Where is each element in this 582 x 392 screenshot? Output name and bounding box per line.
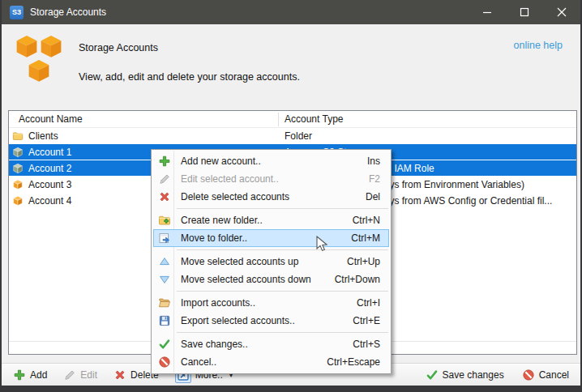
menu-item-shortcut: Ctrl+Up [347,256,388,267]
folder-plus-icon [154,214,175,227]
column-divider[interactable] [278,113,279,126]
menu-item-label: Move selected accounts down [175,274,335,285]
menu-item-shortcut: Del [366,191,388,202]
menu-item-shortcut: Ctrl+Down [335,274,388,285]
menu-item-shortcut: Ins [367,156,388,167]
dialog-window: S3 Storage Accounts Storage Accounts Vie… [2,0,580,386]
menu-separator [177,208,388,209]
cancel-button[interactable]: Cancel [522,369,569,381]
table-row-clients[interactable]: Clients Folder [9,128,576,144]
row-account-name: Account 3 [28,179,71,190]
app-icon: S3 [10,6,24,19]
row-account-type: Folder [285,130,575,142]
arrow-down-icon [154,273,175,286]
menu-item-export-selected-accounts[interactable]: Export selected accounts.. Ctrl+E [153,312,389,330]
menu-item-move-accounts-down[interactable]: Move selected accounts down Ctrl+Down [153,271,389,288]
menu-item-save-changes[interactable]: Save changes.. Ctrl+S [153,335,389,353]
page-subtitle: View, add, edit and delete your storage … [79,71,300,83]
menu-item-delete-selected-accounts[interactable]: Delete selected accounts Del [153,188,389,206]
add-button[interactable]: Add [13,369,47,381]
folder-open-icon [154,296,175,309]
menu-item-label: Edit selected account.. [175,173,369,185]
menu-item-label: Move selected accounts up [175,256,347,267]
edit-button-label: Edit [80,369,97,381]
menu-item-add-new-account[interactable]: Add new account.. Ins [153,152,389,170]
row-account-name: Account 4 [28,195,71,207]
menu-item-label: Delete selected accounts [175,191,366,202]
title-bar: S3 Storage Accounts [2,0,580,24]
menu-item-label: Export selected accounts.. [175,315,353,326]
bucket-gray-icon [12,163,24,174]
close-button[interactable] [543,0,580,24]
menu-item-import-accounts[interactable]: Import accounts.. Ctrl+I [153,294,389,312]
menu-separator [177,332,388,333]
window-title: Storage Accounts [30,6,106,18]
menu-item-shortcut: Ctrl+E [353,315,388,326]
add-plus-icon [13,369,26,381]
column-header-account-type[interactable]: Account Type [285,113,344,125]
menu-item-label: Import accounts.. [175,297,357,309]
check-icon [426,369,439,381]
menu-item-cancel[interactable]: Cancel.. Ctrl+Escape [153,353,389,371]
menu-item-shortcut: Ctrl+Escape [327,356,388,368]
bucket-orange-icon [12,179,24,190]
bucket-orange-icon [12,195,24,207]
cancel-icon [522,369,535,381]
column-header-account-name[interactable]: Account Name [19,113,83,125]
table-header[interactable]: Account Name Account Type [9,111,576,128]
menu-item-shortcut: Ctrl+N [353,215,388,226]
menu-item-label: Add new account.. [175,156,367,167]
cancel-button-label: Cancel [539,369,569,381]
floppy-icon [154,314,175,327]
menu-item-move-to-folder[interactable]: Move to folder.. Ctrl+M [153,229,389,247]
maximize-button[interactable] [506,0,543,24]
menu-item-label: Cancel.. [175,356,327,368]
menu-item-create-new-folder[interactable]: Create new folder.. Ctrl+N [153,211,389,229]
check-icon [154,338,175,351]
menu-item-move-accounts-up[interactable]: Move selected accounts up Ctrl+Up [153,253,389,271]
menu-item-shortcut: Ctrl+S [353,339,388,350]
bucket-gray-icon [12,147,24,158]
save-changes-button[interactable]: Save changes [426,369,504,381]
dialog-header: Storage Accounts View, add, edit and del… [2,24,580,96]
arrow-up-icon [154,255,175,268]
folder-icon [12,130,24,142]
row-account-name: Account 1 [28,147,71,158]
menu-item-shortcut: Ctrl+M [351,232,388,244]
edit-pencil-icon [154,173,175,185]
menu-item-label: Save changes.. [175,339,353,350]
online-help-link[interactable]: online help [514,40,563,51]
delete-x-icon [113,369,126,381]
minimize-button[interactable] [469,0,506,24]
s3-logo-icon [15,34,63,84]
mouse-cursor-icon [316,236,327,253]
menu-separator [177,291,388,292]
cancel-icon [154,356,175,369]
save-changes-button-label: Save changes [443,369,504,381]
add-button-label: Add [30,369,47,381]
add-plus-icon [154,155,175,168]
close-icon [557,7,567,17]
row-account-name: Clients [28,130,58,142]
menu-item-label: Create new folder.. [175,215,353,226]
menu-item-shortcut: Ctrl+I [357,297,388,309]
minimize-icon [482,7,492,17]
menu-item-shortcut: F2 [369,173,388,185]
page-title: Storage Accounts [79,42,158,53]
row-account-name: Account 2 [28,163,71,174]
edit-button[interactable]: Edit [63,369,97,381]
menu-item-edit-selected-account[interactable]: Edit selected account.. F2 [153,170,389,188]
context-menu: Add new account.. Ins Edit selected acco… [151,149,392,374]
maximize-icon [520,7,529,17]
menu-separator [177,249,388,250]
move-to-folder-icon [154,232,175,245]
delete-x-icon [154,190,175,203]
edit-pencil-icon [63,369,76,381]
